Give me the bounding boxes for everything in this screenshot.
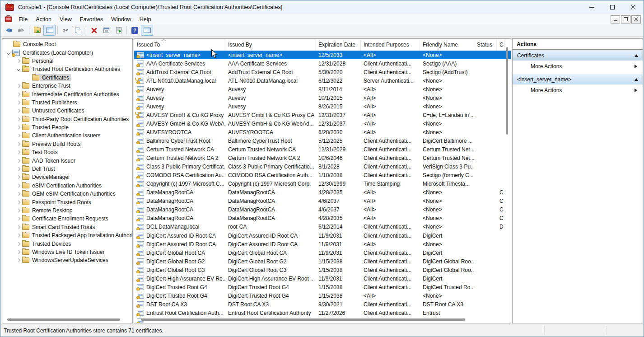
column-header-intended-purposes[interactable]: Intended Purposes: [361, 39, 420, 51]
chevron-right-icon[interactable]: [15, 84, 22, 87]
table-row[interactable]: AAA Certificate ServicesAAA Certificate …: [134, 59, 511, 68]
menu-item-action[interactable]: Action: [32, 16, 56, 23]
chevron-right-icon[interactable]: [15, 217, 22, 220]
chevron-right-icon[interactable]: [15, 192, 22, 195]
table-row[interactable]: AuvesyAuvesy8/26/2015<All><None>: [134, 102, 511, 111]
up-one-level-button[interactable]: [31, 25, 43, 36]
table-row[interactable]: DigiCert Assured ID Root CADigiCert Assu…: [134, 231, 511, 240]
tree-item-dell-trust[interactable]: Dell Trust: [2, 165, 132, 173]
tree-item-enterprise-trust[interactable]: Enterprise Trust: [2, 82, 132, 90]
tree-item-remote-desktop[interactable]: Remote Desktop: [2, 206, 132, 215]
tree-item-client-authentication-issuers[interactable]: Client Authentication Issuers: [2, 131, 132, 140]
list-hscrollbar[interactable]: [141, 318, 465, 321]
table-row[interactable]: DigiCert Global Root G2DigiCert Global R…: [134, 257, 511, 266]
chevron-right-icon[interactable]: [15, 209, 22, 212]
chevron-right-icon[interactable]: [15, 234, 22, 237]
tree-item-certificates-local-computer[interactable]: Certificates (Local Computer): [2, 48, 132, 56]
chevron-right-icon[interactable]: [15, 243, 22, 245]
tree-item-certificate-enrollment-requests[interactable]: Certificate Enrollment Requests: [2, 215, 132, 223]
table-row[interactable]: COMODO RSA Certification Au...COMODO RSA…: [134, 171, 511, 180]
tree-item-certificates[interactable]: Certificates: [2, 74, 132, 82]
tree-item-personal[interactable]: Personal: [2, 57, 132, 65]
table-row[interactable]: DataManagRootCADataManagRootCA4/28/2035<…: [134, 214, 511, 223]
tree-item-console-root[interactable]: Console Root: [2, 40, 132, 48]
back-button[interactable]: [3, 25, 15, 36]
table-row[interactable]: AUVESY GmbH & Co KG WebA...AUVESY GmbH &…: [134, 119, 511, 128]
chevron-right-icon[interactable]: [15, 259, 22, 262]
cut-button[interactable]: ✂: [60, 25, 72, 36]
chevron-right-icon[interactable]: [15, 159, 22, 162]
more-actions-item[interactable]: More Actions: [513, 61, 643, 72]
chevron-right-icon[interactable]: [15, 143, 22, 145]
table-row[interactable]: AuvesyAuvesy10/1/2015<All><None>: [134, 94, 511, 102]
chevron-right-icon[interactable]: [15, 134, 22, 137]
table-row[interactable]: DataManagRootCADataManagRootCA4/28/2035<…: [134, 188, 511, 197]
table-row[interactable]: DigiCert Global Root CADigiCert Global R…: [134, 248, 511, 257]
tree-item-preview-build-roots[interactable]: Preview Build Roots: [2, 140, 132, 148]
show-console-tree-button[interactable]: [43, 25, 56, 36]
tree-item-smart-card-trusted-roots[interactable]: Smart Card Trusted Roots: [2, 223, 132, 231]
menu-item-help[interactable]: Help: [135, 16, 155, 23]
list-vscrollbar[interactable]: [506, 47, 508, 135]
table-row[interactable]: <insert_server_name><insert_server_name>…: [134, 51, 511, 59]
table-row[interactable]: DigiCert Trusted Root G4DigiCert Trusted…: [134, 283, 511, 291]
table-row[interactable]: Certum Trusted Network CACertum Trusted …: [134, 145, 511, 154]
mdi-restore-button[interactable]: [621, 15, 630, 23]
table-row[interactable]: DC1.DataManag.localroot-CA6/12/2014Clien…: [134, 223, 511, 231]
chevron-right-icon[interactable]: [15, 118, 22, 121]
column-header-friendly-name[interactable]: Friendly Name: [420, 39, 474, 51]
delete-button[interactable]: [88, 25, 100, 36]
chevron-down-icon[interactable]: [5, 51, 12, 54]
mdi-close-button[interactable]: [631, 15, 641, 23]
copy-button[interactable]: [72, 25, 84, 36]
table-row[interactable]: DataManagRootCADataManagRootCA4/6/2037<A…: [134, 197, 511, 206]
chevron-right-icon[interactable]: [15, 109, 22, 112]
table-row[interactable]: DigiCert Assured ID Root CADigiCert Assu…: [134, 240, 511, 248]
column-header-issued-by[interactable]: Issued By: [225, 39, 316, 51]
tree-item-trusted-devices[interactable]: Trusted Devices: [2, 239, 132, 248]
column-header-expiration-date[interactable]: Expiration Date: [316, 39, 361, 51]
table-row[interactable]: AUVESYROOTCAAUVESYROOTCA6/28/2030<All><N…: [134, 128, 511, 136]
table-row[interactable]: AddTrust External CA RootAddTrust Extern…: [134, 68, 511, 76]
tree-item-windowsserverupdateservices[interactable]: WindowsServerUpdateServices: [2, 256, 132, 264]
menu-item-favorites[interactable]: Favorites: [76, 16, 107, 23]
chevron-right-icon[interactable]: [15, 251, 22, 253]
chevron-right-icon[interactable]: [15, 151, 22, 154]
table-row[interactable]: DST Root CA X3DST Root CA X39/30/2021Cli…: [134, 300, 511, 309]
table-row[interactable]: Copyright (c) 1997 Microsoft C...Copyrig…: [134, 180, 511, 188]
tree-item-aad-token-issuer[interactable]: AAD Token Issuer: [2, 156, 132, 164]
properties-button[interactable]: [100, 25, 112, 36]
table-row[interactable]: DataManagRootCADataManagRootCA4/6/2037<A…: [134, 206, 511, 214]
tree-item-trusted-people[interactable]: Trusted People: [2, 123, 132, 131]
tree-item-trusted-packaged-app-installation-authorit[interactable]: Trusted Packaged App Installation Author…: [2, 231, 132, 239]
chevron-right-icon[interactable]: [15, 101, 22, 104]
table-row[interactable]: ATL-N0010.DataManag.localATL-N0010.DataM…: [134, 76, 511, 85]
chevron-right-icon[interactable]: [15, 126, 22, 129]
more-actions-item[interactable]: More Actions: [513, 84, 643, 96]
column-header-status[interactable]: Status: [474, 39, 497, 51]
tree-item-trusted-root-certification-authorities[interactable]: Trusted Root Certification Authorities: [2, 65, 132, 73]
table-row[interactable]: AuvesyAuvesy8/11/2014<All><None>: [134, 85, 511, 94]
mdi-minimize-button[interactable]: [611, 15, 620, 23]
chevron-right-icon[interactable]: [15, 93, 22, 96]
tree-item-test-roots[interactable]: Test Roots: [2, 148, 132, 156]
table-row[interactable]: Baltimore CyberTrust RootBaltimore Cyber…: [134, 136, 511, 145]
chevron-down-icon[interactable]: [15, 68, 22, 70]
chevron-right-icon[interactable]: [15, 226, 22, 229]
table-row[interactable]: Certum Trusted Network CA 2Certum Truste…: [134, 154, 511, 163]
menu-item-view[interactable]: View: [56, 16, 76, 23]
tree-item-esim-certification-authorities[interactable]: eSIM Certification Authorities: [2, 182, 132, 190]
chevron-right-icon[interactable]: [15, 201, 22, 204]
tree-item-devicemanager[interactable]: DeviceManager: [2, 173, 132, 181]
tree-item-oem-esim-certification-authorities[interactable]: OEM eSIM Certification Authorities: [2, 190, 132, 198]
actions-section-header[interactable]: Certificates: [513, 50, 643, 61]
chevron-right-icon[interactable]: [15, 176, 22, 178]
help-button[interactable]: ?: [129, 25, 141, 36]
tree-item-intermediate-certification-authorities[interactable]: Intermediate Certification Authorities: [2, 90, 132, 98]
tree-hscrollbar[interactable]: [7, 318, 120, 321]
table-row[interactable]: DigiCert High Assurance EV Ro...DigiCert…: [134, 274, 511, 283]
tree-item-passpoint-trusted-roots[interactable]: Passpoint Trusted Roots: [2, 198, 132, 206]
table-row[interactable]: Entrust Root Certification Auth...Entrus…: [134, 309, 511, 317]
show-action-pane-button[interactable]: [141, 25, 153, 36]
chevron-right-icon[interactable]: [15, 184, 22, 187]
